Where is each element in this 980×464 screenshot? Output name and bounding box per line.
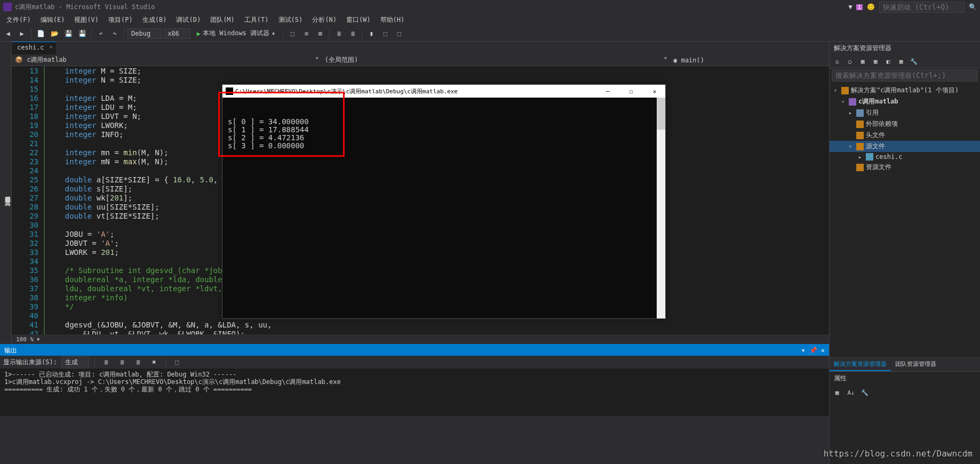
tb-icon-1[interactable]: ⬚ (286, 28, 298, 39)
project-icon (849, 98, 856, 106)
menu-file[interactable]: 文件(F) (2, 14, 35, 26)
tab-ceshi-c[interactable]: ceshi.c✕ (12, 42, 56, 54)
nav-fwd-icon[interactable]: ▶ (16, 28, 28, 39)
tab-team-explorer[interactable]: 团队资源管理器 (891, 358, 941, 371)
output-clear-icon[interactable]: ✖ (148, 356, 160, 368)
watermark-text: https://blog.csdn.net/Dawncdm (824, 449, 973, 459)
tb-icon-7[interactable]: ⬚ (379, 28, 391, 39)
console-title-text: C:\Users\MECHREVO\Desktop\c演示\c调用matlab\… (235, 87, 458, 95)
open-file-icon[interactable]: 📂 (49, 28, 60, 39)
search-icon[interactable]: 🔍 (969, 3, 977, 11)
output-close-icon[interactable]: ✕ (821, 347, 825, 354)
menu-test[interactable]: 测试(S) (274, 14, 307, 26)
console-exe-icon (226, 87, 233, 95)
solution-search-input[interactable] (832, 69, 978, 82)
output-tb-1[interactable]: ≣ (100, 356, 112, 368)
line-gutter: 1314151617181920212223242526272829303132… (12, 66, 44, 334)
menu-team[interactable]: 团队(M) (206, 14, 239, 26)
console-output[interactable]: s[ 0 ] = 34.000000s[ 1 ] = 17.888544s[ 2… (222, 98, 665, 318)
folder-icon (856, 121, 864, 128)
console-max-icon[interactable]: ☐ (624, 88, 639, 95)
undo-icon[interactable]: ↶ (95, 28, 107, 39)
menu-analyze[interactable]: 分析(N) (308, 14, 341, 26)
solution-tree[interactable]: ▿解决方案"c调用matlab"(1 个项目) ▿c调用matlab ▸引用 外… (830, 83, 980, 357)
console-scrollbar[interactable] (657, 98, 665, 318)
menubar: 文件(F) 编辑(E) 视图(V) 项目(P) 生成(B) 调试(D) 团队(M… (0, 14, 980, 26)
output-pin-icon[interactable]: 📌 (809, 347, 817, 354)
nav-scope-dropdown[interactable]: (全局范围) (322, 54, 670, 66)
c-file-icon (866, 153, 873, 161)
props-az-icon[interactable]: A↓ (846, 387, 856, 398)
tree-external-deps[interactable]: 外部依赖项 (830, 118, 980, 130)
save-icon[interactable]: 💾 (62, 28, 74, 39)
tb-icon-6[interactable]: ▮ (365, 28, 377, 39)
folder-icon (856, 132, 864, 139)
save-all-icon[interactable]: 💾 (76, 28, 88, 39)
quick-launch-input[interactable] (879, 2, 965, 13)
play-icon: ▶ (197, 30, 201, 37)
se-home-icon[interactable]: ⌂ (832, 56, 842, 67)
tree-sources[interactable]: ▿源文件 (830, 141, 980, 152)
se-icon-6[interactable]: ▦ (896, 56, 906, 67)
nav-project-dropdown[interactable]: 📦 c调用matlab (12, 54, 322, 66)
solution-explorer-header: 解决方案资源管理器 (830, 42, 980, 55)
tab-solution-explorer[interactable]: 解决方案资源管理器 (830, 358, 891, 371)
menu-help[interactable]: 帮助(H) (376, 14, 409, 26)
folder-icon (856, 143, 864, 150)
output-source-label: 显示输出来源(S): (3, 358, 57, 367)
output-title: 输出 (4, 346, 17, 355)
toolbar: ◀ ▶ 📄 📂 💾 💾 ↶ ↷ Debug x86 ▶本地 Windows 调试… (0, 26, 980, 42)
tb-icon-4[interactable]: ≣ (333, 28, 345, 39)
nav-back-icon[interactable]: ◀ (2, 28, 14, 39)
tb-icon-8[interactable]: ⬚ (393, 28, 405, 39)
left-toolstrip[interactable]: 服务器资源管理器 工具箱 (0, 42, 12, 344)
menu-tools[interactable]: 工具(T) (240, 14, 273, 26)
new-file-icon[interactable]: 📄 (35, 28, 46, 39)
se-icon-3[interactable]: ▦ (857, 56, 868, 67)
notification-flag-icon[interactable]: ▼ 1 (849, 3, 863, 11)
tb-icon-2[interactable]: ≡ (300, 28, 312, 39)
menu-project[interactable]: 项目(P) (104, 14, 137, 26)
folder-icon (856, 164, 864, 171)
output-tb-4[interactable]: ⬚ (171, 356, 183, 368)
menu-window[interactable]: 窗口(W) (342, 14, 375, 26)
config-dropdown[interactable]: Debug (128, 28, 162, 39)
tree-resources[interactable]: 资源文件 (830, 162, 980, 173)
se-refresh-icon[interactable]: ○ (844, 56, 855, 67)
props-wrench-icon[interactable]: 🔧 (859, 387, 870, 398)
vs-logo-icon (3, 3, 12, 11)
platform-dropdown[interactable]: x86 (164, 28, 190, 39)
tree-references[interactable]: ▸引用 (830, 107, 980, 118)
properties-header: 属性 (830, 372, 980, 385)
tree-headers[interactable]: 头文件 (830, 130, 980, 141)
console-window[interactable]: C:\Users\MECHREVO\Desktop\c演示\c调用matlab\… (222, 84, 666, 319)
output-tb-2[interactable]: ≣ (116, 356, 128, 368)
menu-edit[interactable]: 编辑(E) (36, 14, 69, 26)
tb-icon-3[interactable]: ⊞ (314, 28, 326, 39)
menu-build[interactable]: 生成(B) (138, 14, 171, 26)
menu-debug[interactable]: 调试(D) (172, 14, 205, 26)
se-icon-4[interactable]: ▦ (870, 56, 881, 67)
tree-solution-root[interactable]: ▿解决方案"c调用matlab"(1 个项目) (830, 85, 980, 96)
tb-icon-5[interactable]: ≣ (347, 28, 358, 39)
props-cat-icon[interactable]: ▦ (832, 387, 842, 398)
window-title: c调用matlab - Microsoft Visual Studio (15, 3, 155, 12)
tree-ceshi-c[interactable]: ▸ceshi.c (830, 152, 980, 162)
console-close-icon[interactable]: ✕ (647, 88, 662, 95)
se-wrench-icon[interactable]: 🔧 (909, 56, 919, 67)
console-min-icon[interactable]: ─ (600, 88, 615, 95)
se-icon-5[interactable]: ◧ (883, 56, 894, 67)
start-debug-button[interactable]: ▶本地 Windows 调试器 ▾ (193, 28, 280, 39)
feedback-icon[interactable]: 🙂 (867, 3, 875, 11)
output-source-dropdown[interactable]: 生成 (61, 356, 89, 369)
output-body[interactable]: 1>------ 已启动生成: 项目: c调用matlab, 配置: Debug… (0, 369, 829, 416)
tree-project[interactable]: ▿c调用matlab (830, 96, 980, 107)
output-tb-3[interactable]: ≣ (132, 356, 144, 368)
tab-close-icon[interactable]: ✕ (50, 44, 53, 50)
output-dropdown-icon[interactable]: ▾ (801, 347, 805, 354)
menu-view[interactable]: 视图(V) (70, 14, 103, 26)
solution-icon (841, 87, 849, 94)
output-panel: 输出 ▾ 📌 ✕ 显示输出来源(S): 生成 ≣ ≣ ≣ ✖ ⬚ 1>-----… (0, 344, 829, 416)
titlebar: c调用matlab - Microsoft Visual Studio ▼ 1 … (0, 0, 980, 14)
redo-icon[interactable]: ↷ (109, 28, 121, 39)
